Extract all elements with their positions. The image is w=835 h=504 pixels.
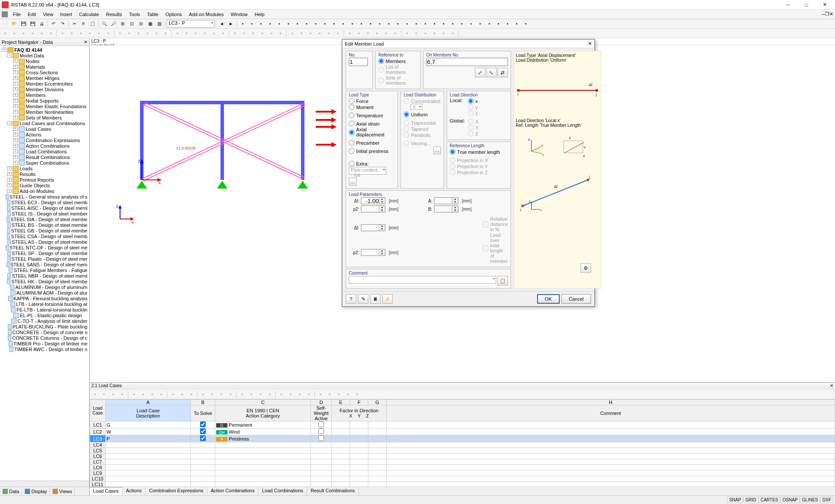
radio-precamber[interactable] [349,140,354,146]
tb2-x1[interactable]: ▫ [10,29,19,38]
status-dxf[interactable]: DXF [820,497,833,503]
tree-lcc[interactable]: Load Cases and Combinations [20,121,85,126]
tb-x16[interactable]: ▪ [384,20,393,28]
tree-item[interactable]: +Actions [1,132,88,137]
dlg-edit-icon[interactable]: ✎ [358,294,368,304]
tb-x27[interactable]: ▪ [485,20,494,28]
tree-item[interactable]: STEEL SIA - Design of steel membe [1,216,88,222]
tb2-x36[interactable]: ▫ [345,29,354,38]
menu-help[interactable]: Help [251,11,268,18]
tb-x30[interactable]: ▪ [512,20,521,28]
pt-0[interactable]: ▫ [90,390,99,399]
tb-x14[interactable]: ▪ [366,20,375,28]
tb2-x21[interactable]: ▫ [200,29,209,38]
tb2-x4[interactable]: ▫ [37,29,46,38]
dlg-calc-icon[interactable]: 🖩 [370,294,381,304]
tb-print[interactable]: 🖨 [37,20,46,28]
menu-addon[interactable]: Add-on Modules [185,11,227,18]
mdi-close[interactable]: ✕ [829,11,833,17]
tb-x20[interactable]: ▪ [421,20,430,28]
tree-modeldata[interactable]: Model Data [20,53,44,58]
comment-pick-icon[interactable]: 📋 [498,276,508,285]
tb-g[interactable]: ▧ [155,20,164,28]
menu-edit[interactable]: Edit [24,11,40,18]
tree-item[interactable]: +Combination Expressions [1,137,88,143]
tb-x28[interactable]: ▪ [494,20,503,28]
tb-new[interactable]: 📄 [1,20,10,28]
tb2-x44[interactable]: ▫ [421,29,430,38]
tb2-x19[interactable]: ▫ [182,29,191,38]
tb2-x29[interactable]: ▫ [276,29,285,38]
tree-item[interactable]: ALUMINUM ADM - Design of alur [1,290,88,295]
tb-x1[interactable]: ▪ [247,20,256,28]
status-grid[interactable]: GRID [743,497,758,503]
tb-x11[interactable]: ▪ [339,20,347,28]
tb2-x33[interactable]: ▫ [315,29,324,38]
tb2-x38[interactable]: ▫ [364,29,372,38]
tb2-x17[interactable]: ▫ [161,29,170,38]
tb-save[interactable]: 💾 [19,20,28,28]
tb2-x23[interactable]: ▫ [219,29,227,38]
tree-item[interactable]: +Materials [1,64,88,70]
dlg-bolt-icon[interactable]: ⚡ [382,294,393,304]
pt-16[interactable]: ▫ [247,390,256,399]
menu-results[interactable]: Results [103,11,126,18]
tb2-x27[interactable]: ▫ [258,29,267,38]
radio-local-x[interactable] [468,98,474,104]
pt-1[interactable]: ▫ [100,390,108,399]
tree-item[interactable]: CONCRETE - Design of concrete n [1,329,88,335]
tb2-x40[interactable]: ▫ [382,29,391,38]
tb-x7[interactable]: ▪ [302,20,311,28]
chk-active[interactable] [318,421,324,427]
pt-21[interactable]: ▫ [295,390,304,399]
input-no[interactable] [349,58,368,66]
tb2-x18[interactable]: ▫ [173,29,182,38]
tb2-x28[interactable]: ▫ [267,29,276,38]
tb-c[interactable]: ⊞ [118,20,127,28]
chk-active[interactable] [318,435,324,441]
tb-paste[interactable]: 📋 [88,20,97,28]
radio-prestress[interactable] [349,148,354,154]
tree-item[interactable]: LTB - Lateral-torsional buckling ar [1,301,88,307]
tb-x13[interactable]: ▪ [357,20,366,28]
tree-item[interactable]: PLATE-BUCKLING - Plate buckling [1,324,88,329]
tree-item[interactable]: STEEL BS - Design of steel membe [1,222,88,228]
tb-f[interactable]: ▦ [146,20,154,28]
tb2-x8[interactable]: ▫ [77,29,85,38]
tree-item[interactable]: EL-PL - Elastic-plastic design [1,312,88,318]
dialog-close-icon[interactable]: ✕ [588,41,592,46]
radio-axialdisp[interactable] [349,129,354,135]
pt-26[interactable]: ▫ [344,390,352,399]
tree-item[interactable]: +Sets of Members [1,115,88,120]
menu-options[interactable]: Options [162,11,185,18]
tree-item[interactable]: STEEL NBR - Design of steel memt [1,273,88,279]
pt-18[interactable]: ▫ [265,390,274,399]
tb-x19[interactable]: ▪ [412,20,421,28]
pick-members-icon[interactable]: ⤢ [475,68,485,77]
tree-item[interactable]: +Members [1,92,88,98]
tree-item[interactable]: +Member Elastic Foundations [1,103,88,109]
tab-combexpr[interactable]: Combination Expressions [146,487,207,495]
status-cartes[interactable]: CARTES [758,497,780,503]
tb2-x37[interactable]: ▫ [354,29,363,38]
tb2-x10[interactable]: ▫ [95,29,104,38]
tb-x10[interactable]: ▪ [330,20,338,28]
pt-15[interactable]: ▫ [238,390,247,399]
tb2-x6[interactable]: ▫ [58,29,67,38]
tree-item[interactable]: +Nodal Supports [1,98,88,103]
tab-loadcomb[interactable]: Load Combinations [258,487,307,495]
nav-tab-views[interactable]: Views [50,487,75,495]
navigator-hscroll[interactable] [0,481,89,487]
tb-e[interactable]: ⊟ [137,20,145,28]
tree-item[interactable]: +Member Eccentricities [1,81,88,86]
tb2-x7[interactable]: ▫ [67,29,76,38]
close-button[interactable]: ✕ [816,0,833,9]
tree-item[interactable]: +Member Divisions [1,86,88,92]
extra-edit-icon[interactable]: … [349,178,357,186]
tree-item[interactable]: STEEL EC3 - Design of steel memb [1,199,88,205]
tb-x4[interactable]: ▪ [275,20,284,28]
tb2-x26[interactable]: ▫ [249,29,257,38]
pt-5[interactable]: ▫ [139,390,147,399]
input-members[interactable] [426,58,508,66]
tb-x12[interactable]: ▪ [348,20,357,28]
